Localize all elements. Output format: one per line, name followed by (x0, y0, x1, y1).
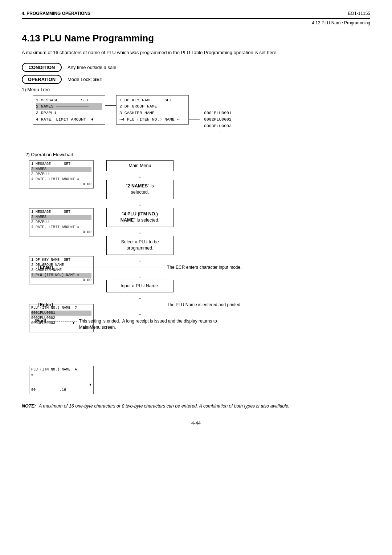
header-left: 4. PROGRAMMING OPERATIONS (22, 11, 90, 16)
subheader: 4.13 PLU Name Programming (22, 20, 370, 25)
flowchart-rebuilt: 1 MESSAGE SET 2 NAMES 3 DP/PLU 4 RATE, L… (29, 160, 370, 394)
header-bar: 4. PROGRAMMING OPERATIONS EO1-11155 (22, 11, 370, 19)
note-section: NOTE: A maximum of 16 one-byte character… (22, 403, 370, 410)
section1-heading: 1) Menu Tree (22, 87, 370, 92)
header-right: EO1-11155 (348, 11, 370, 16)
condition-badge: CONDITION (22, 63, 62, 72)
menu-item-1-4: 4 RATE, LIMIT AMOUNT ♦ (36, 116, 102, 123)
operation-row: OPERATION Mode Lock: SET (22, 75, 370, 84)
operation-text: Mode Lock: SET (68, 77, 102, 82)
operation-badge: OPERATION (22, 75, 62, 84)
section2-heading: 2) Operation Flowchart (25, 152, 370, 157)
menu-item-2-2: 2 DP GROUP NAME (119, 103, 185, 110)
note-label: NOTE: (22, 403, 36, 410)
menu-item-1-2: 2 NAMES ───────────── (36, 103, 102, 110)
menu-item-2-4: →4 PLU (ITEN NO.) NAME ← (119, 116, 185, 123)
plu-code-2: 0002PLU0002 (204, 116, 232, 123)
intro-text: A maximum of 16 characters of name of PL… (22, 49, 370, 56)
condition-text: Any time outside a sale (68, 65, 116, 70)
plu-code-3: 0003PLU0003 (204, 123, 232, 129)
page: 4. PROGRAMMING OPERATIONS EO1-11155 4.13… (0, 0, 392, 555)
menu-tree-section: 1) Menu Tree 1 MESSAGE SET 2 NAMES ─────… (22, 87, 370, 143)
menu-item-1-3: 3 DP/PLU (36, 110, 102, 116)
plu-code-1: 0001PLU0001 (204, 110, 232, 116)
menu-item-2-3: 3 CASHIER NAME (119, 110, 185, 116)
tree-connector-svg (105, 100, 116, 129)
condition-row: CONDITION Any time outside a sale (22, 63, 370, 72)
menu-item-2-1: 1 DP KEY NAME SET (119, 97, 185, 104)
menu-box-1: 1 MESSAGE SET 2 NAMES ───────────── 3 DP… (33, 95, 105, 125)
flowchart-section: 2) Operation Flowchart 1 MESSAGE SET 2 N… (25, 152, 370, 394)
tree-connector2-svg (189, 114, 200, 143)
plu-code-dots: . . . (204, 130, 232, 135)
menu-tree-container: 1 MESSAGE SET 2 NAMES ───────────── 3 DP… (33, 95, 370, 143)
plu-codes: 0001PLU0001 0002PLU0002 0003PLU0003 . . … (204, 110, 232, 135)
menu-box-2: 1 DP KEY NAME SET 2 DP GROUP NAME 3 CASH… (116, 95, 189, 125)
menu-item-1-1: 1 MESSAGE SET (36, 97, 102, 104)
note-content: A maximum of 16 one-byte characters or 8… (39, 403, 290, 410)
page-number: 4-44 (22, 420, 370, 426)
section-title: 4.13 PLU Name Programming (22, 33, 370, 44)
